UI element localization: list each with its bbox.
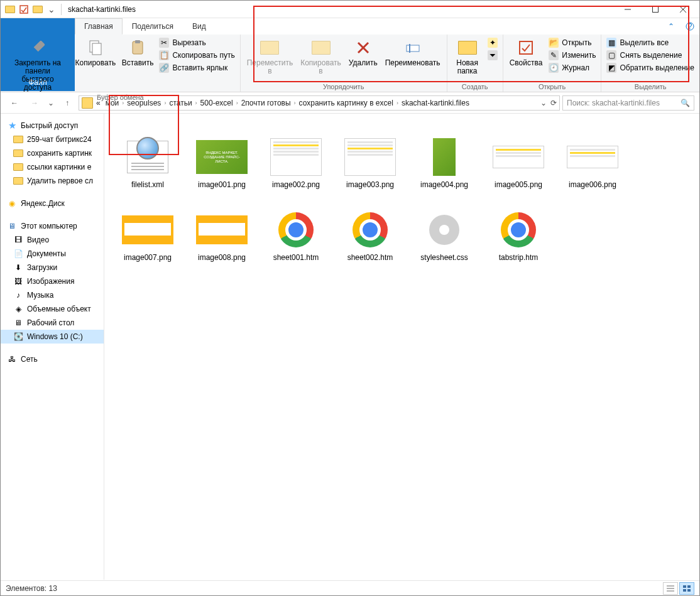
back-button[interactable]: ← [6,94,23,112]
thumbnail-image: ЯНДЕКС МАРКЕТ. СОЗДАНИЕ ПРАЙС-ЛИСТА. [196,138,248,176]
nav-network[interactable]: 🖧Сеть [1,352,104,366]
nav-pc-3dobjects[interactable]: ◈Объемные объект [1,302,104,316]
file-item[interactable]: stylesheet.css [407,193,481,266]
open-icon: 📂 [549,38,559,48]
help-icon[interactable]: ? [681,18,699,35]
delete-button[interactable]: Удалить [345,36,381,68]
crumb-0[interactable]: мои [104,99,121,107]
edit-button[interactable]: ✎Изменить [546,49,598,62]
tab-view[interactable]: Вид [183,18,216,35]
copy-path-button[interactable]: 📋Скопировать путь [156,49,237,62]
group-select-label: Выделить [604,82,697,92]
file-item[interactable]: filelist.xml [111,120,185,193]
thumbnail-image [344,138,396,176]
file-item[interactable]: image004.png [407,120,481,193]
nav-pc-drive-c[interactable]: 💽Windows 10 (C:) [1,330,104,344]
pc-icon: 🖥 [7,221,17,231]
file-item[interactable]: image006.png [555,120,630,193]
select-all-button[interactable]: ▦Выделить все [604,36,697,49]
yadisk-icon: ◉ [7,198,17,209]
new-item-button[interactable]: ✦ [485,36,500,49]
nav-yandex-disk[interactable]: ◉Яндекс.Диск [1,197,104,210]
tab-share[interactable]: Поделиться [123,18,183,35]
history-icon: 🕘 [549,63,559,73]
nav-quick-item-0[interactable]: 259-чат битрикс24 [1,133,104,146]
file-item[interactable]: image007.png [111,193,185,266]
copy-to-button[interactable]: Копировать в [297,36,345,77]
invert-selection-button[interactable]: ◩Обратить выделение [604,62,697,74]
network-icon: 🖧 [7,354,17,364]
crumb-4[interactable]: 2почти готовы [239,99,293,107]
thumbnail-xml [122,138,173,176]
file-item[interactable]: image008.png [185,193,259,266]
maximize-button[interactable] [642,1,669,18]
tab-home[interactable]: Главная [75,18,123,35]
cut-button[interactable]: ✂Вырезать [156,36,237,49]
svg-rect-20 [687,585,691,588]
nav-quick-item-3[interactable]: Удалить первое сл [1,174,104,188]
thumbnail-htm [270,210,322,249]
nav-quick-access[interactable]: ★Быстрый доступ [1,119,104,133]
recent-dropdown[interactable]: ⌄ [46,94,56,112]
svg-rect-15 [520,41,532,54]
select-none-button[interactable]: ▢Снять выделение [604,49,697,62]
crumb-6[interactable]: skachat-kartinki.files [400,99,471,107]
easy-access-button[interactable]: ⏷ [485,49,500,62]
file-item[interactable]: sheet001.htm [259,193,333,266]
close-button[interactable] [669,1,697,18]
qat-dropdown-icon[interactable]: ⌄ [45,3,58,16]
status-bar: Элементов: 13 [1,580,699,595]
easy-access-icon: ⏷ [488,50,498,60]
crumb-1[interactable]: seopulses [125,99,163,107]
address-bar[interactable]: « мои› seopulses› статьи› 500-excel› 2по… [79,95,560,111]
crumb-5[interactable]: сохранить картинку в excel [297,99,395,107]
file-item[interactable]: image002.png [259,120,333,193]
nav-pc-pictures[interactable]: 🖼Изображения [1,274,104,288]
file-list[interactable]: filelist.xml ЯНДЕКС МАРКЕТ. СОЗДАНИЕ ПРА… [104,114,699,580]
file-item[interactable]: image005.png [481,120,555,193]
view-details-button[interactable] [663,582,678,595]
history-button[interactable]: 🕘Журнал [546,62,598,74]
drive-icon: 💽 [13,332,23,342]
nav-this-pc[interactable]: 🖥Этот компьютер [1,219,104,233]
nav-pc-music[interactable]: ♪Музыка [1,288,104,302]
file-item[interactable]: tabstrip.htm [481,193,555,266]
move-to-button[interactable]: Переместить в [243,36,297,77]
nav-pc-videos[interactable]: 🎞Видео [1,233,104,247]
properties-button[interactable]: Свойства [506,36,547,68]
nav-pc-documents[interactable]: 📄Документы [1,247,104,261]
group-create: Новая папка ✦ ⏷ Создать [447,35,503,92]
select-none-icon: ▢ [606,50,616,60]
search-input[interactable]: Поиск: skachat-kartinki.files 🔍 [562,95,694,111]
pin-quickaccess-button[interactable]: Закрепить на панели быстрого доступа [3,36,72,93]
file-item[interactable]: image003.png [333,120,407,193]
gear-icon [429,215,459,245]
refresh-icon[interactable]: ⟳ [550,99,557,107]
address-dropdown-icon[interactable]: ⌄ [540,99,547,107]
open-button[interactable]: 📂Открыть [546,36,598,49]
copy-button[interactable]: Копировать [72,36,119,68]
forward-button[interactable]: → [26,94,43,112]
rename-button[interactable]: Переименовать [381,36,444,68]
minimize-button[interactable] [614,1,642,18]
new-folder-button[interactable]: Новая папка [450,36,485,77]
nav-quick-item-1[interactable]: сохранить картинк [1,146,104,160]
ribbon-collapse-icon[interactable]: ⌃ [662,18,681,35]
thumbnail-image [567,138,618,176]
nav-pc-downloads[interactable]: ⬇Загрузки [1,261,104,274]
file-item[interactable]: ЯНДЕКС МАРКЕТ. СОЗДАНИЕ ПРАЙС-ЛИСТА. ima… [185,120,259,193]
paste-button[interactable]: Вставить [119,36,157,68]
qat-properties-icon[interactable] [17,3,31,16]
up-button[interactable]: ↑ [58,94,76,112]
file-item[interactable]: sheet002.htm [333,193,407,266]
file-name: image007.png [124,253,172,262]
crumb-3[interactable]: 500-excel [199,99,235,107]
nav-quick-item-2[interactable]: ссылки картинки е [1,160,104,174]
crumb-2[interactable]: статьи [167,99,194,107]
view-icons-button[interactable] [679,582,694,595]
file-name: image006.png [569,180,616,189]
nav-pc-desktop[interactable]: 🖥Рабочий стол [1,316,104,330]
folder-icon [3,3,17,16]
file-name: sheet002.htm [347,253,393,262]
paste-shortcut-button[interactable]: 🔗Вставить ярлык [156,62,237,74]
